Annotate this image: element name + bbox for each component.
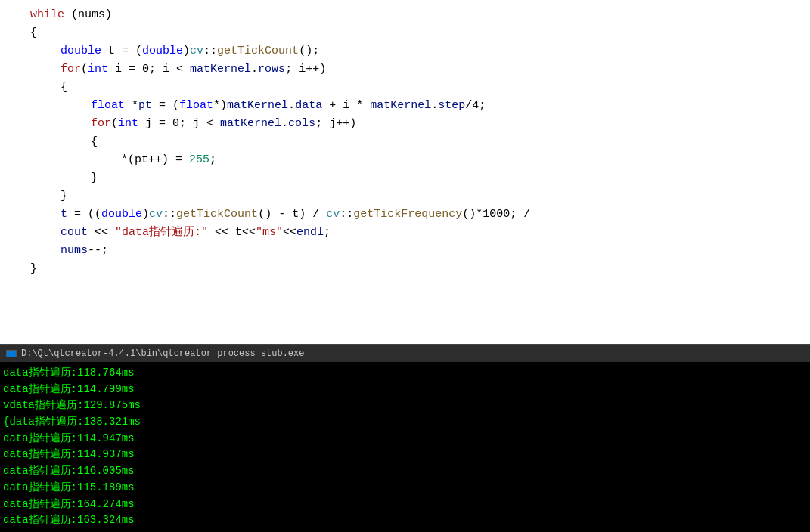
code-line: }: [0, 260, 810, 278]
code-line: }: [0, 187, 810, 206]
code-line: {: [0, 79, 810, 97]
output-line: data指针遍历:115.189ms: [3, 480, 807, 496]
code-line: double t = (double)cv::getTickCount();: [0, 42, 810, 60]
code-line: cout << "data指针遍历:" << t<<"ms"<<endl;: [0, 224, 810, 242]
output-line: {data指针遍历:138.321ms: [3, 414, 807, 431]
terminal-output: data指针遍历:118.764msdata指针遍历:114.799msvdat…: [0, 362, 810, 532]
code-line: float *pt = (float*)matKernel.data + i *…: [0, 97, 810, 115]
terminal-icon: [6, 350, 17, 357]
code-line: nums--;: [0, 242, 810, 260]
code-editor: while (nums){double t = (double)cv::getT…: [0, 0, 810, 344]
code-line: for(int i = 0; i < matKernel.rows; i++): [0, 60, 810, 79]
output-line: data指针遍历:116.005ms: [3, 463, 807, 480]
terminal-titlebar: D:\Qt\qtcreator-4.4.1\bin\qtcreator_proc…: [0, 344, 810, 362]
code-line: while (nums): [0, 6, 810, 24]
code-line: for(int j = 0; j < matKernel.cols; j++): [0, 115, 810, 133]
output-line: data指针遍历:114.937ms: [3, 447, 807, 463]
output-line: data指针遍历:164.274ms: [3, 496, 807, 513]
terminal-area: D:\Qt\qtcreator-4.4.1\bin\qtcreator_proc…: [0, 344, 810, 532]
code-line: {: [0, 24, 810, 42]
code-line: *(pt++) = 255;: [0, 151, 810, 169]
output-line: data指针遍历:114.947ms: [3, 431, 807, 447]
code-line: t = ((double)cv::getTickCount() - t) / c…: [0, 206, 810, 224]
output-line: vdata指针遍历:129.875ms: [3, 397, 807, 414]
terminal-title: D:\Qt\qtcreator-4.4.1\bin\qtcreator_proc…: [21, 348, 304, 359]
output-line: data指针遍历:163.324ms: [3, 512, 807, 529]
code-line: }: [0, 169, 810, 187]
code-block: while (nums){double t = (double)cv::getT…: [0, 0, 810, 284]
output-line: data指针遍历:114.799ms: [3, 382, 807, 398]
output-line: data指针遍历:118.764ms: [3, 365, 807, 382]
code-line: {: [0, 133, 810, 151]
